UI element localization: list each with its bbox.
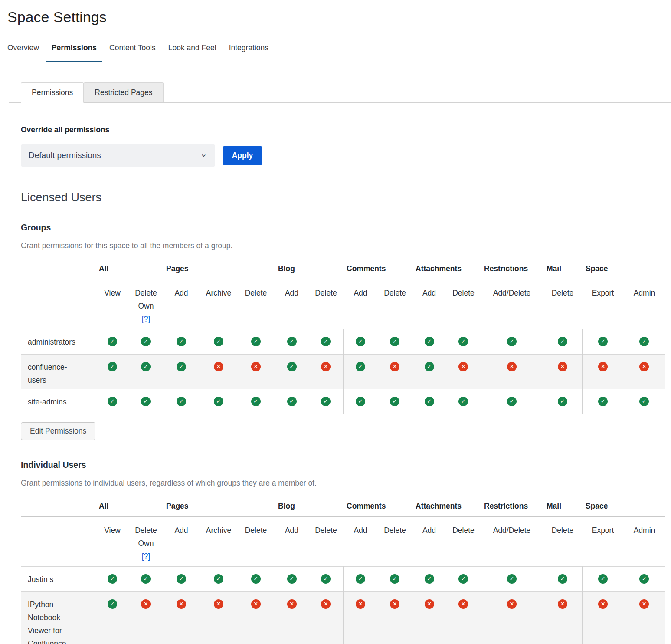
individual-users-description: Grant permissions to individual users, r… bbox=[21, 479, 667, 488]
help-link[interactable]: [?] bbox=[142, 315, 150, 323]
permission-cell: ✓ bbox=[275, 329, 309, 355]
column-group-header: Blog bbox=[275, 498, 343, 517]
check-icon: ✓ bbox=[558, 574, 567, 584]
cross-icon: ✕ bbox=[356, 599, 365, 609]
apply-button[interactable]: Apply bbox=[223, 146, 262, 165]
individual-users-heading: Individual Users bbox=[21, 460, 667, 470]
check-icon: ✓ bbox=[458, 337, 468, 346]
tab-content-tools[interactable]: Content Tools bbox=[104, 40, 161, 62]
column-header: DeleteOwn[?] bbox=[129, 517, 163, 567]
permission-cell: ✓ bbox=[343, 389, 378, 414]
check-icon: ✓ bbox=[214, 574, 223, 584]
check-icon: ✓ bbox=[251, 397, 261, 406]
permission-row: confluence-users✓✓✓✕✕✓✕✓✕✓✕✕✕✕✕ bbox=[21, 355, 665, 389]
column-header: Delete bbox=[378, 279, 412, 329]
cross-icon: ✕ bbox=[639, 599, 649, 609]
permission-cell: ✓ bbox=[343, 355, 378, 389]
permission-cell: ✕ bbox=[582, 355, 624, 389]
cross-icon: ✕ bbox=[458, 599, 468, 609]
permission-cell: ✕ bbox=[343, 592, 378, 644]
permission-cell: ✕ bbox=[378, 592, 412, 644]
page-title: Space Settings bbox=[7, 7, 671, 27]
column-group-header: Comments bbox=[343, 261, 412, 279]
check-icon: ✓ bbox=[287, 337, 297, 346]
check-icon: ✓ bbox=[425, 397, 434, 406]
column-group-header: Mail bbox=[543, 261, 582, 279]
permission-cell: ✕ bbox=[446, 355, 481, 389]
column-header: Admin bbox=[624, 279, 665, 329]
column-header: Admin bbox=[624, 517, 665, 567]
check-icon: ✓ bbox=[108, 337, 117, 346]
permission-cell: ✓ bbox=[378, 567, 412, 592]
check-icon: ✓ bbox=[287, 397, 297, 406]
permission-cell: ✕ bbox=[200, 355, 237, 389]
check-icon: ✓ bbox=[356, 337, 365, 346]
subtab-restricted-pages[interactable]: Restricted Pages bbox=[84, 82, 163, 102]
help-link[interactable]: [?] bbox=[142, 552, 150, 561]
groups-heading: Groups bbox=[21, 223, 667, 233]
cross-icon: ✕ bbox=[507, 599, 517, 609]
column-group-header: Mail bbox=[543, 498, 582, 517]
cross-icon: ✕ bbox=[214, 599, 223, 609]
permission-cell: ✕ bbox=[543, 592, 582, 644]
tab-integrations[interactable]: Integrations bbox=[224, 40, 274, 62]
cross-icon: ✕ bbox=[214, 362, 223, 371]
check-icon: ✓ bbox=[356, 362, 365, 371]
check-icon: ✓ bbox=[356, 574, 365, 584]
permission-cell: ✕ bbox=[543, 355, 582, 389]
row-name: confluence-users bbox=[21, 355, 95, 389]
column-header: Add bbox=[343, 279, 378, 329]
permission-cell: ✓ bbox=[200, 389, 237, 414]
chevron-down-icon: ⌄ bbox=[200, 151, 207, 156]
permission-cell: ✓ bbox=[163, 329, 200, 355]
check-icon: ✓ bbox=[639, 574, 649, 584]
cross-icon: ✕ bbox=[558, 362, 567, 371]
check-icon: ✓ bbox=[425, 337, 434, 346]
permission-cell: ✕ bbox=[412, 592, 446, 644]
edit-permissions-button[interactable]: Edit Permissions bbox=[21, 422, 95, 440]
tab-overview[interactable]: Overview bbox=[2, 40, 44, 62]
check-icon: ✓ bbox=[287, 362, 297, 371]
permission-cell: ✕ bbox=[446, 592, 481, 644]
permission-cell: ✓ bbox=[309, 389, 343, 414]
column-header: Export bbox=[582, 279, 624, 329]
permission-cell: ✕ bbox=[378, 355, 412, 389]
check-icon: ✓ bbox=[141, 337, 151, 346]
row-name: site-admins bbox=[21, 389, 95, 414]
check-icon: ✓ bbox=[321, 574, 331, 584]
override-permissions-heading: Override all permissions bbox=[21, 125, 667, 135]
permission-cell: ✓ bbox=[624, 389, 665, 414]
permission-cell: ✕ bbox=[163, 592, 200, 644]
permission-cell: ✓ bbox=[543, 329, 582, 355]
permission-cell: ✓ bbox=[129, 329, 163, 355]
permission-cell: ✓ bbox=[275, 389, 309, 414]
column-header: Delete bbox=[543, 279, 582, 329]
check-icon: ✓ bbox=[458, 574, 468, 584]
check-icon: ✓ bbox=[177, 574, 186, 584]
row-name: Justin s bbox=[21, 567, 95, 592]
tab-look-and-feel[interactable]: Look and Feel bbox=[163, 40, 222, 62]
permission-cell: ✓ bbox=[582, 329, 624, 355]
groups-permissions-table: AllPagesBlogCommentsAttachmentsRestricti… bbox=[21, 261, 665, 414]
cross-icon: ✕ bbox=[425, 599, 434, 609]
cross-icon: ✕ bbox=[177, 599, 186, 609]
check-icon: ✓ bbox=[108, 362, 117, 371]
permission-cell: ✓ bbox=[309, 329, 343, 355]
permission-cell: ✓ bbox=[582, 567, 624, 592]
permission-cell: ✓ bbox=[412, 567, 446, 592]
check-icon: ✓ bbox=[321, 397, 331, 406]
check-icon: ✓ bbox=[141, 397, 151, 406]
subtab-permissions[interactable]: Permissions bbox=[21, 82, 84, 103]
override-permissions-select[interactable]: Default permissions ⌄ bbox=[21, 144, 215, 167]
column-header: Add/Delete bbox=[481, 517, 543, 567]
column-header: Add bbox=[343, 517, 378, 567]
column-group-header: Space bbox=[582, 261, 665, 279]
tab-permissions[interactable]: Permissions bbox=[46, 40, 102, 62]
cross-icon: ✕ bbox=[287, 599, 297, 609]
check-icon: ✓ bbox=[507, 574, 517, 584]
settings-nav: Overview Permissions Content Tools Look … bbox=[0, 40, 671, 62]
column-header: Delete bbox=[446, 517, 481, 567]
permission-cell: ✕ bbox=[624, 355, 665, 389]
column-header: Add bbox=[412, 517, 446, 567]
check-icon: ✓ bbox=[507, 337, 517, 346]
